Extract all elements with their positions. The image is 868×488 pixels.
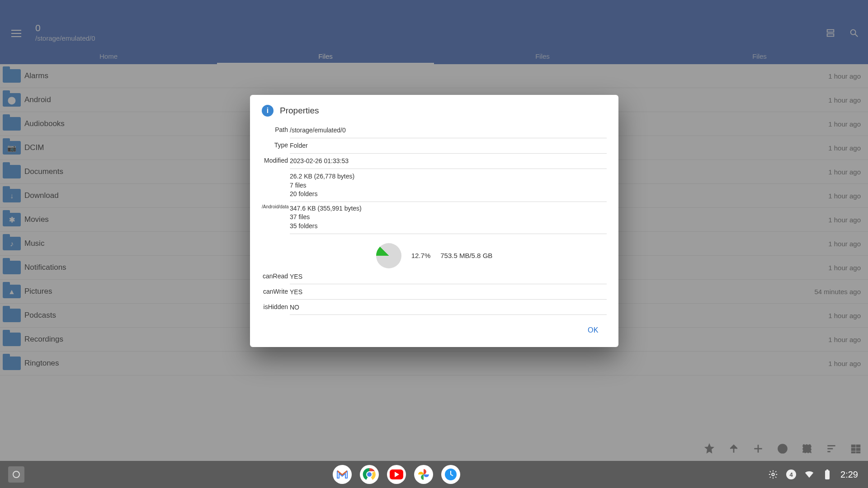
prop-row-size: 26.2 KB (26,778 bytes) 7 files 20 folder…	[262, 170, 607, 202]
gmail-app-icon[interactable]	[333, 465, 352, 484]
prop-row-modified: Modified 2023-02-26 01:33:53	[262, 155, 607, 170]
usage-fraction: 753.5 MB/5.8 GB	[440, 252, 492, 259]
info-icon: i	[262, 105, 274, 117]
size-folders: 20 folders	[290, 190, 607, 199]
ad-bytes: 347.6 KB (355,991 bytes)	[290, 204, 607, 213]
taskbar-apps	[24, 465, 768, 484]
prop-row-path: Path /storage/emulated/0	[262, 124, 607, 139]
size-files: 7 files	[290, 181, 607, 190]
notification-count-badge[interactable]: 4	[786, 469, 796, 479]
prop-label	[262, 170, 290, 172]
prop-row-canwrite: canWrite YES	[262, 286, 607, 301]
prop-row-ishidden: isHidden NO	[262, 301, 607, 316]
dialog-title: Properties	[280, 106, 319, 116]
svg-rect-27	[826, 469, 828, 471]
svg-point-25	[772, 473, 774, 476]
usage-pie-icon	[376, 243, 401, 268]
screen-record-button[interactable]	[8, 466, 24, 483]
prop-label: canRead	[262, 270, 290, 280]
wifi-icon	[804, 469, 814, 479]
photos-app-icon[interactable]	[414, 465, 433, 484]
file-manager-app-icon[interactable]	[441, 465, 460, 484]
size-bytes: 26.2 KB (26,778 bytes)	[290, 172, 607, 181]
battery-icon	[822, 469, 832, 479]
os-status-area[interactable]: 4 2:29	[768, 469, 868, 480]
dialog-actions: OK	[262, 316, 607, 341]
prop-label: Type	[262, 139, 290, 149]
usage-row: 12.7% 753.5 MB/5.8 GB	[262, 234, 607, 270]
usage-percent: 12.7%	[411, 252, 431, 259]
prop-row-canread: canRead YES	[262, 270, 607, 286]
prop-value: 2023-02-26 01:33:53	[290, 157, 607, 166]
prop-row-android-data: /Android/data 347.6 KB (355,991 bytes) 3…	[262, 202, 607, 234]
prop-row-type: Type Folder	[262, 139, 607, 155]
chrome-app-icon[interactable]	[360, 465, 379, 484]
prop-value: /storage/emulated/0	[290, 126, 607, 135]
ok-button[interactable]: OK	[582, 323, 604, 338]
svg-rect-26	[825, 470, 830, 479]
settings-icon[interactable]	[768, 469, 778, 479]
properties-dialog: i Properties Path /storage/emulated/0 Ty…	[250, 95, 618, 347]
prop-label: Modified	[262, 155, 290, 164]
prop-value: Folder	[290, 141, 607, 150]
clock: 2:29	[840, 469, 858, 480]
prop-value: YES	[290, 288, 607, 297]
prop-label: Path	[262, 124, 290, 133]
prop-label: /Android/data	[262, 202, 290, 209]
record-icon	[13, 471, 20, 478]
ad-folders: 35 folders	[290, 222, 607, 231]
ad-files: 37 files	[290, 213, 607, 222]
youtube-app-icon[interactable]	[387, 465, 406, 484]
dialog-header: i Properties	[262, 105, 607, 117]
prop-value: YES	[290, 272, 607, 282]
prop-label: isHidden	[262, 301, 290, 310]
prop-value: NO	[290, 303, 607, 312]
prop-label: canWrite	[262, 286, 290, 295]
os-taskbar: 4 2:29	[0, 461, 868, 488]
